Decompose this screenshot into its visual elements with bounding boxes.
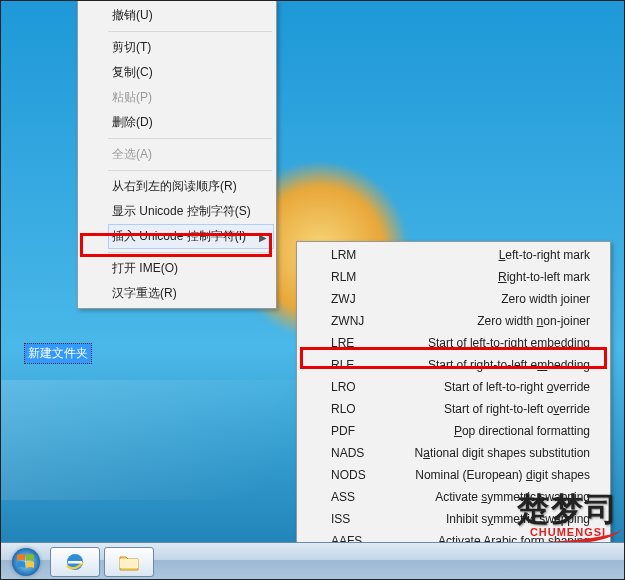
menu-item[interactable]: 复制(C) bbox=[108, 60, 274, 85]
start-button[interactable] bbox=[6, 546, 46, 578]
unicode-description: Right-to-left mark bbox=[498, 270, 590, 284]
unicode-code: NODS bbox=[331, 468, 381, 482]
menu-item[interactable]: 汉字重选(R) bbox=[108, 281, 274, 306]
submenu-item-ass[interactable]: ASSActivate symmetric swapping bbox=[327, 486, 608, 508]
menu-gutter bbox=[299, 244, 325, 580]
ie-icon bbox=[64, 551, 86, 573]
unicode-code: LRM bbox=[331, 248, 381, 262]
menu-gutter bbox=[80, 3, 106, 306]
submenu-item-rlo[interactable]: RLOStart of right-to-left override bbox=[327, 398, 608, 420]
menu-separator bbox=[108, 170, 272, 171]
taskbar[interactable] bbox=[0, 542, 625, 580]
menu-item[interactable]: 显示 Unicode 控制字符(S) bbox=[108, 199, 274, 224]
menu-item[interactable]: 打开 IME(O) bbox=[108, 256, 274, 281]
submenu-item-nads[interactable]: NADSNational digit shapes substitution bbox=[327, 442, 608, 464]
unicode-description: Start of right-to-left embedding bbox=[428, 358, 590, 372]
unicode-code: NADS bbox=[331, 446, 381, 460]
unicode-description: Start of left-to-right override bbox=[444, 380, 590, 394]
windows-logo-icon bbox=[11, 547, 41, 577]
unicode-description: Zero width non-joiner bbox=[477, 314, 590, 328]
unicode-description: Pop directional formatting bbox=[454, 424, 590, 438]
menu-item: 粘贴(P) bbox=[108, 85, 274, 110]
unicode-description: Nominal (European) digit shapes bbox=[415, 468, 590, 482]
unicode-code: ISS bbox=[331, 512, 381, 526]
menu-separator bbox=[108, 31, 272, 32]
submenu-item-lro[interactable]: LROStart of left-to-right override bbox=[327, 376, 608, 398]
unicode-description: National digit shapes substitution bbox=[415, 446, 590, 460]
submenu-item-iss[interactable]: ISSInhibit symmetric swapping bbox=[327, 508, 608, 530]
menu-item[interactable]: 插入 Unicode 控制字符(I)▶ bbox=[108, 224, 274, 249]
menu-separator bbox=[108, 138, 272, 139]
unicode-submenu: LRMLeft-to-right markRLMRight-to-left ma… bbox=[296, 241, 611, 580]
unicode-code: RLO bbox=[331, 402, 381, 416]
submenu-item-rle[interactable]: RLEStart of right-to-left embedding bbox=[327, 354, 608, 376]
unicode-code: RLE bbox=[331, 358, 381, 372]
unicode-code: LRE bbox=[331, 336, 381, 350]
submenu-item-lre[interactable]: LREStart of left-to-right embedding bbox=[327, 332, 608, 354]
menu-item[interactable]: 从右到左的阅读顺序(R) bbox=[108, 174, 274, 199]
unicode-description: Left-to-right mark bbox=[499, 248, 590, 262]
submenu-item-pdf[interactable]: PDFPop directional formatting bbox=[327, 420, 608, 442]
unicode-code: PDF bbox=[331, 424, 381, 438]
submenu-item-zwj[interactable]: ZWJZero width joiner bbox=[327, 288, 608, 310]
unicode-code: LRO bbox=[331, 380, 381, 394]
unicode-code: ASS bbox=[331, 490, 381, 504]
taskbar-ie-button[interactable] bbox=[50, 547, 100, 577]
svg-rect-2 bbox=[68, 561, 82, 564]
menu-item[interactable]: 删除(D) bbox=[108, 110, 274, 135]
selected-file-label[interactable]: 新建文件夹 bbox=[24, 343, 92, 364]
context-menu: 撤销(U)剪切(T)复制(C)粘贴(P)删除(D)全选(A)从右到左的阅读顺序(… bbox=[77, 0, 277, 309]
menu-item[interactable]: 剪切(T) bbox=[108, 35, 274, 60]
desktop[interactable]: 新建文件夹 撤销(U)剪切(T)复制(C)粘贴(P)删除(D)全选(A)从右到左… bbox=[0, 0, 625, 580]
unicode-description: Activate symmetric swapping bbox=[435, 490, 590, 504]
submenu-arrow-icon: ▶ bbox=[259, 231, 267, 242]
unicode-code: ZWNJ bbox=[331, 314, 381, 328]
submenu-item-lrm[interactable]: LRMLeft-to-right mark bbox=[327, 244, 608, 266]
submenu-item-rlm[interactable]: RLMRight-to-left mark bbox=[327, 266, 608, 288]
unicode-description: Inhibit symmetric swapping bbox=[446, 512, 590, 526]
folder-icon bbox=[118, 552, 140, 572]
menu-item[interactable]: 撤销(U) bbox=[108, 3, 274, 28]
unicode-code: ZWJ bbox=[331, 292, 381, 306]
unicode-code: RLM bbox=[331, 270, 381, 284]
submenu-item-zwnj[interactable]: ZWNJZero width non-joiner bbox=[327, 310, 608, 332]
unicode-description: Start of right-to-left override bbox=[444, 402, 590, 416]
unicode-description: Start of left-to-right embedding bbox=[428, 336, 590, 350]
submenu-item-nods[interactable]: NODSNominal (European) digit shapes bbox=[327, 464, 608, 486]
taskbar-explorer-button[interactable] bbox=[104, 547, 154, 577]
menu-separator bbox=[108, 252, 272, 253]
menu-item: 全选(A) bbox=[108, 142, 274, 167]
unicode-description: Zero width joiner bbox=[501, 292, 590, 306]
